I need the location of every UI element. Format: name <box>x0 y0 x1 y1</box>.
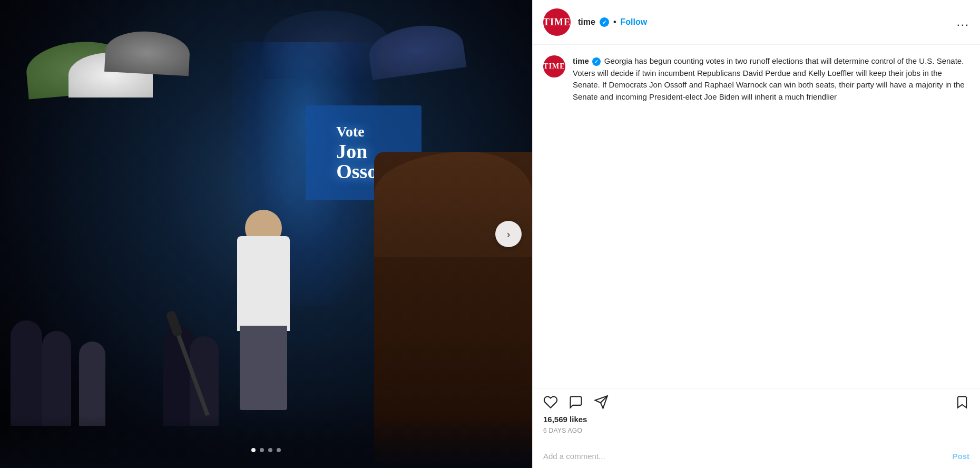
verified-badge-caption <box>592 57 601 66</box>
share-icon <box>594 395 609 409</box>
carousel-dots <box>251 448 281 452</box>
like-button[interactable] <box>543 395 558 409</box>
caption-text: Georgia has begun counting votes in two … <box>573 56 965 101</box>
caption-username[interactable]: time <box>573 56 589 65</box>
follow-button[interactable]: Follow <box>621 17 648 27</box>
crowd-person-3 <box>79 342 105 426</box>
post-comment-button[interactable]: Post <box>952 452 969 461</box>
comment-button[interactable] <box>569 395 583 409</box>
comment-icon <box>569 395 583 409</box>
post-date: 6 DAYS AGO <box>543 427 969 434</box>
logo-text-caption: TIME <box>543 62 565 71</box>
bookmark-button[interactable] <box>955 395 969 409</box>
carousel-dot-4[interactable] <box>277 448 281 452</box>
crowd-person-2 <box>42 331 71 426</box>
avatar-small[interactable]: TIME <box>543 55 565 77</box>
comment-input[interactable] <box>543 452 947 461</box>
actions-bar: 16,569 likes 6 DAYS AGO <box>533 388 980 444</box>
figure-shirt <box>237 236 290 331</box>
more-options-button[interactable]: ... <box>957 15 969 29</box>
username-header[interactable]: time <box>578 17 595 27</box>
avatar-large[interactable]: TIME <box>543 8 571 36</box>
bookmark-icon <box>955 395 969 409</box>
comment-area: Post <box>533 444 980 468</box>
heart-icon <box>543 395 558 409</box>
content-panel: TIME time • Follow ... TIME time Georgia… <box>532 0 980 468</box>
main-figure-ossoff <box>227 236 300 415</box>
caption-area: TIME time Georgia has begun counting vot… <box>533 45 980 388</box>
caption-content: time Georgia has begun counting votes in… <box>573 55 969 377</box>
umbrella-gray <box>104 30 191 76</box>
action-icons-row <box>543 395 969 409</box>
post-image: Vote JonOssoff <box>0 0 532 468</box>
scene-overlay: Vote JonOssoff <box>0 0 532 468</box>
ground-shadow <box>0 415 532 468</box>
carousel-dot-3[interactable] <box>268 448 272 452</box>
header-info: time • Follow <box>578 17 949 27</box>
crowd-person-1 <box>11 320 42 426</box>
logo-text-header: TIME <box>543 17 571 28</box>
post-image-panel: Vote JonOssoff <box>0 0 532 468</box>
dot-separator: • <box>613 17 616 27</box>
verified-badge-header <box>600 17 609 27</box>
chevron-right-icon: › <box>507 228 511 240</box>
share-button[interactable] <box>594 395 609 409</box>
likes-count: 16,569 likes <box>543 415 969 424</box>
carousel-dot-1[interactable] <box>251 448 256 452</box>
carousel-next-button[interactable]: › <box>495 221 522 247</box>
carousel-dot-2[interactable] <box>260 448 264 452</box>
figure-pants <box>240 326 287 410</box>
post-header: TIME time • Follow ... <box>533 0 980 45</box>
